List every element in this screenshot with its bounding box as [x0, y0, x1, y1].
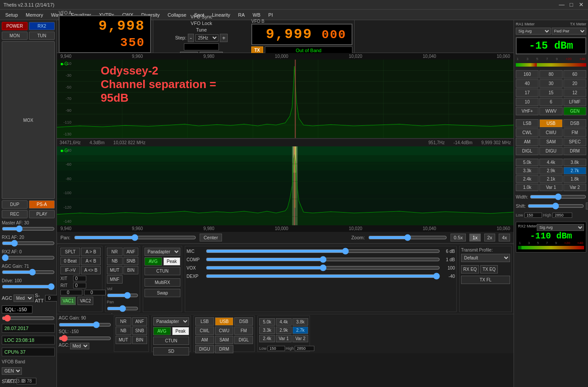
- zoom-4x[interactable]: 4x: [499, 234, 510, 241]
- mox-button[interactable]: MOX: [2, 41, 55, 199]
- mode-digl[interactable]: DIGL: [516, 147, 539, 155]
- mon-button[interactable]: MON: [2, 32, 28, 40]
- power-button[interactable]: POWER: [2, 22, 28, 30]
- bottom-low-input[interactable]: [268, 346, 285, 351]
- rit-val[interactable]: 0: [73, 283, 86, 288]
- step-select[interactable]: 25Hz100Hz1kHz: [195, 34, 218, 42]
- sql-slider[interactable]: [2, 315, 55, 322]
- a-gt-b-button[interactable]: A > B: [81, 248, 101, 256]
- bottom-sql-slider[interactable]: [59, 335, 111, 342]
- bottom-lsb[interactable]: LSB: [195, 317, 214, 326]
- zoom-2x[interactable]: 2x: [484, 234, 496, 241]
- nr-button[interactable]: NR: [107, 248, 123, 256]
- swap-button[interactable]: Swap: [144, 289, 180, 297]
- band-12[interactable]: 12: [563, 89, 586, 97]
- band-20[interactable]: 20: [563, 79, 586, 88]
- bottom-usb[interactable]: USB: [215, 317, 234, 326]
- mode-usb[interactable]: USB: [539, 119, 562, 128]
- vox-slider[interactable]: [206, 265, 440, 270]
- bw-44[interactable]: 4.4k: [539, 159, 562, 166]
- menu-pi[interactable]: PI: [265, 11, 276, 18]
- bottom-bw-5k[interactable]: 5.0k: [259, 318, 275, 326]
- waterfall-lower[interactable]: -40 -60 -80 -100 -120 -140 ■-G: [57, 146, 514, 225]
- peak-button[interactable]: Peak: [163, 257, 181, 266]
- band-30[interactable]: 30: [539, 79, 562, 88]
- bottom-sam[interactable]: SAM: [215, 336, 234, 344]
- mode-fm[interactable]: FM: [563, 128, 586, 137]
- vac2-button[interactable]: VAC2: [77, 297, 93, 305]
- zero-beat-button[interactable]: 0 Beat: [60, 257, 80, 265]
- high-input[interactable]: 2850: [553, 213, 572, 218]
- menu-setup[interactable]: Setup: [2, 11, 21, 18]
- bottom-snb-button[interactable]: SNB: [132, 327, 148, 335]
- zoom-05x[interactable]: 0.5x: [451, 234, 466, 241]
- snb-button[interactable]: SNB: [123, 257, 139, 265]
- bottom-mut-button[interactable]: MUT: [116, 336, 131, 344]
- band-6[interactable]: 6: [539, 98, 562, 106]
- panadapter-select[interactable]: PanadapterWaterfall: [144, 248, 180, 256]
- band-lfmf[interactable]: LFMF: [563, 98, 586, 106]
- bw-27[interactable]: 2.7k: [563, 167, 586, 174]
- band-vhf[interactable]: VHF+: [516, 107, 539, 115]
- mode-spec[interactable]: SPEC: [563, 138, 586, 146]
- mode-dsb[interactable]: DSB: [563, 119, 586, 128]
- band-60[interactable]: 60: [563, 70, 586, 78]
- mode-lsb[interactable]: LSB: [516, 119, 539, 128]
- mode-sam[interactable]: SAM: [539, 138, 562, 146]
- close-button[interactable]: ✕: [577, 1, 584, 8]
- bottom-digu[interactable]: DIGU: [195, 345, 214, 353]
- rx2-af-slider[interactable]: [2, 255, 55, 261]
- bottom-dsb[interactable]: DSB: [234, 317, 253, 326]
- bw-38[interactable]: 3.8k: [563, 159, 586, 166]
- bin-button[interactable]: BIN: [123, 266, 139, 274]
- bottom-bw-var2[interactable]: Var 2: [292, 335, 308, 342]
- bottom-bw-var1[interactable]: Var 1: [276, 335, 292, 342]
- menu-collapse[interactable]: Collapse: [164, 11, 190, 18]
- bottom-bw-24[interactable]: 2.4k: [259, 335, 275, 342]
- tx-eq-button[interactable]: TX EQ: [480, 265, 498, 273]
- menu-memory[interactable]: Memory: [22, 11, 47, 18]
- freq-input[interactable]: 7.000000: [184, 43, 219, 50]
- minimize-button[interactable]: —: [558, 1, 565, 8]
- agc-gain-slider[interactable]: [2, 269, 55, 275]
- bottom-nb-button[interactable]: NB: [116, 327, 131, 335]
- bottom-high-input[interactable]: [295, 346, 314, 351]
- xit-val[interactable]: 0: [73, 276, 86, 281]
- zoom-1x[interactable]: 1x: [469, 234, 481, 241]
- bw-1k[interactable]: 1.0k: [516, 184, 539, 191]
- pan-ctrl-slider[interactable]: [107, 305, 138, 312]
- bw-var1[interactable]: Var 1: [539, 184, 562, 191]
- bottom-fm[interactable]: FM: [234, 327, 253, 335]
- bw-21[interactable]: 2.1k: [539, 175, 562, 183]
- band-17[interactable]: 17: [516, 89, 539, 97]
- band-160[interactable]: 160: [516, 70, 539, 78]
- bottom-bw-44[interactable]: 4.4k: [276, 318, 292, 326]
- bw-var2[interactable]: Var 2: [563, 184, 586, 191]
- ra-meter-select[interactable]: Sig AvgPeak: [516, 28, 551, 35]
- low-input[interactable]: 150: [525, 213, 542, 218]
- a-lt-b-button[interactable]: A < B: [81, 257, 101, 265]
- band-15[interactable]: 15: [539, 89, 562, 97]
- bottom-avg-button[interactable]: AVG: [153, 327, 171, 335]
- bottom-nr-button[interactable]: NR: [116, 317, 131, 326]
- psa-button[interactable]: PS-A: [29, 200, 55, 209]
- dup-button[interactable]: DUP: [2, 200, 28, 209]
- vac1-button[interactable]: VAC1: [60, 297, 76, 305]
- bw-24[interactable]: 2.4k: [516, 175, 539, 183]
- bottom-peak-button[interactable]: Peak: [172, 327, 190, 335]
- vol-slider[interactable]: [107, 292, 138, 299]
- rx2-meter-select[interactable]: Sig Avg: [537, 224, 584, 231]
- bw-5k[interactable]: 5.0k: [516, 159, 539, 166]
- bottom-ctun-button[interactable]: CTUN: [153, 337, 189, 345]
- band-gen[interactable]: GEN: [563, 107, 586, 115]
- if-v-button[interactable]: IF->V: [60, 266, 80, 274]
- mode-digu[interactable]: DIGU: [539, 147, 562, 155]
- spectrum-upper[interactable]: -10 -30 -50 -70 -90 -110 -130 ■-G Odysse…: [57, 60, 514, 138]
- anf-button[interactable]: ANF: [123, 248, 139, 256]
- mode-drm[interactable]: DRM: [563, 147, 586, 155]
- rit-num[interactable]: [84, 290, 106, 295]
- zoom-slider[interactable]: [368, 234, 447, 241]
- rec-button[interactable]: REC: [2, 210, 28, 218]
- dexp-slider[interactable]: [206, 273, 440, 279]
- master-af-slider[interactable]: [2, 226, 55, 232]
